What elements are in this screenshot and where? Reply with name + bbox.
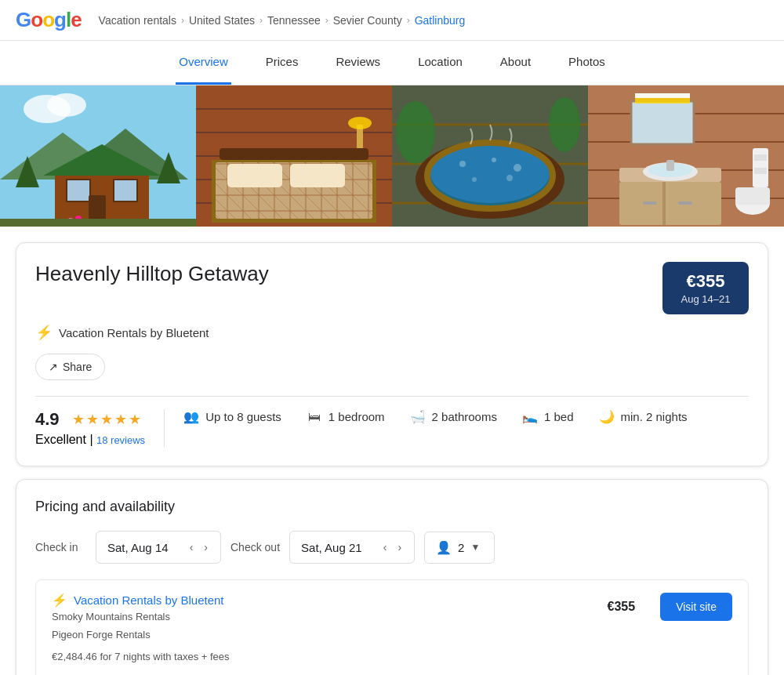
google-logo: Google xyxy=(16,8,82,32)
amenity-bed-text: 1 bed xyxy=(544,410,574,423)
svg-rect-61 xyxy=(666,160,674,171)
photo-bathroom[interactable] xyxy=(588,85,784,227)
guest-icon: 👤 xyxy=(436,540,452,555)
share-button[interactable]: ↗ Share xyxy=(35,354,105,380)
sep1: › xyxy=(181,15,184,26)
provider-row: ⚡ Vacation Rentals by Bluetent xyxy=(35,324,749,341)
reviews-link[interactable]: 18 reviews xyxy=(96,434,145,446)
bathroom-icon: 🛁 xyxy=(410,409,426,424)
star-3: ★ xyxy=(100,411,113,428)
pricing-card: Pricing and availability Check in Sat, A… xyxy=(16,479,768,675)
svg-point-44 xyxy=(492,158,496,162)
provider-name: Vacation Rentals by Bluetent xyxy=(59,326,209,339)
svg-point-39 xyxy=(549,97,580,152)
svg-rect-62 xyxy=(619,182,721,225)
rating-section: 4.9 ★ ★ ★ ★ ★ Excellent | 18 reviews xyxy=(35,409,165,447)
amenity-bathroom: 🛁 2 bathrooms xyxy=(410,409,497,424)
checkin-input[interactable]: Sat, Aug 14 ‹ › xyxy=(96,531,221,564)
star-5: ★ xyxy=(129,411,141,428)
photo-exterior[interactable] xyxy=(0,85,196,227)
share-label: Share xyxy=(63,361,92,373)
checkin-label: Check in xyxy=(35,541,86,553)
checkout-value: Sat, Aug 21 xyxy=(301,541,374,554)
amenity-bathroom-text: 2 bathrooms xyxy=(432,410,497,423)
tab-location[interactable]: Location xyxy=(415,41,466,85)
rating-label-row: Excellent | 18 reviews xyxy=(35,433,145,447)
breadcrumb-base: Vacation rentals xyxy=(99,14,176,27)
nights-icon: 🌙 xyxy=(599,409,615,424)
sub-items: Smoky Mountains Rentals Pigeon Forge Ren… xyxy=(52,608,608,644)
checkout-prev-arrow[interactable]: ‹ xyxy=(382,539,389,555)
svg-rect-30 xyxy=(290,164,345,187)
svg-rect-64 xyxy=(643,201,657,205)
checkin-next-arrow[interactable]: › xyxy=(202,539,209,555)
svg-rect-65 xyxy=(678,201,692,205)
photo-hottub[interactable] xyxy=(392,85,588,227)
bed-icon: 🛌 xyxy=(522,409,538,424)
tab-about[interactable]: About xyxy=(497,41,534,85)
stats-row: 4.9 ★ ★ ★ ★ ★ Excellent | 18 reviews xyxy=(35,409,749,447)
main-content: Heavenly Hilltop Getaway €355 Aug 14–21 … xyxy=(0,227,784,675)
breadcrumb-us[interactable]: United States xyxy=(189,14,255,27)
tab-overview[interactable]: Overview xyxy=(176,41,231,85)
photo-bedroom[interactable] xyxy=(196,85,392,227)
svg-rect-63 xyxy=(662,182,666,225)
guests-icon: 👥 xyxy=(183,409,199,424)
svg-rect-56 xyxy=(635,97,690,103)
provider-icon: ⚡ xyxy=(35,324,53,341)
visit-site-button[interactable]: Visit site xyxy=(660,593,732,621)
card-divider xyxy=(35,396,749,397)
star-2: ★ xyxy=(86,411,99,428)
breadcrumb-county[interactable]: Sevier County xyxy=(333,14,402,27)
checkout-label: Check out xyxy=(230,541,280,553)
amenity-guests-text: Up to 8 guests xyxy=(205,410,281,423)
tab-photos[interactable]: Photos xyxy=(565,41,608,85)
amenity-bedroom: 🛏 1 bedroom xyxy=(307,409,385,424)
price-dates: Aug 14–21 xyxy=(677,293,735,305)
total-price: €2,484.46 for 7 nights with taxes + fees xyxy=(52,651,608,662)
amenity-guests: 👥 Up to 8 guests xyxy=(183,409,281,424)
share-icon: ↗ xyxy=(49,361,58,373)
amenity-bed: 🛌 1 bed xyxy=(522,409,574,424)
listing-card: Heavenly Hilltop Getaway €355 Aug 14–21 … xyxy=(16,242,768,466)
bedroom-icon: 🛏 xyxy=(307,410,322,424)
tab-prices[interactable]: Prices xyxy=(263,41,302,85)
provider-price: €355 xyxy=(608,600,636,614)
tab-reviews[interactable]: Reviews xyxy=(332,41,383,85)
listing-header: Heavenly Hilltop Getaway €355 Aug 14–21 xyxy=(35,262,749,314)
guests-input[interactable]: 👤 2 ▼ xyxy=(424,532,495,564)
pricing-title: Pricing and availability xyxy=(35,499,749,515)
checkout-next-arrow[interactable]: › xyxy=(396,539,403,555)
provider-listing-title[interactable]: Vacation Rentals by Bluetent xyxy=(74,593,224,607)
svg-rect-70 xyxy=(735,187,770,205)
svg-rect-23 xyxy=(220,148,368,160)
breadcrumb: Vacation rentals › United States › Tenne… xyxy=(99,14,466,27)
breadcrumb-city[interactable]: Gatlinburg xyxy=(415,14,466,27)
guests-count: 2 xyxy=(458,541,464,554)
svg-rect-11 xyxy=(89,195,106,223)
checkin-prev-arrow[interactable]: ‹ xyxy=(188,539,195,555)
date-row: Check in Sat, Aug 14 ‹ › Check out Sat, … xyxy=(35,531,749,564)
svg-point-47 xyxy=(506,175,513,181)
provider-listing-name-row: ⚡ Vacation Rentals by Bluetent xyxy=(52,593,608,608)
checkin-value: Sat, Aug 14 xyxy=(107,541,180,554)
amenity-nights: 🌙 min. 2 nights xyxy=(599,409,688,424)
amenity-bedroom-text: 1 bedroom xyxy=(328,410,385,423)
guests-dropdown-arrow[interactable]: ▼ xyxy=(470,542,480,553)
svg-rect-68 xyxy=(754,168,767,174)
svg-point-2 xyxy=(47,93,86,117)
checkout-input[interactable]: Sat, Aug 21 ‹ › xyxy=(289,531,415,564)
nav-tabs: Overview Prices Reviews Location About P… xyxy=(0,41,784,85)
price-amount: €355 xyxy=(677,271,735,292)
photo-grid[interactable] xyxy=(0,85,784,227)
breadcrumb-tn[interactable]: Tennessee xyxy=(267,14,321,27)
svg-rect-29 xyxy=(227,164,282,187)
svg-rect-67 xyxy=(754,154,767,161)
provider-listing-header: ⚡ Vacation Rentals by Bluetent Smoky Mou… xyxy=(52,593,732,662)
amenity-nights-text: min. 2 nights xyxy=(621,410,688,423)
top-bar: Google Vacation rentals › United States … xyxy=(0,0,784,41)
star-1: ★ xyxy=(72,411,85,428)
sub-item-1: Smoky Mountains Rentals xyxy=(52,608,608,626)
price-badge: €355 Aug 14–21 xyxy=(662,262,749,314)
svg-point-38 xyxy=(396,101,435,164)
